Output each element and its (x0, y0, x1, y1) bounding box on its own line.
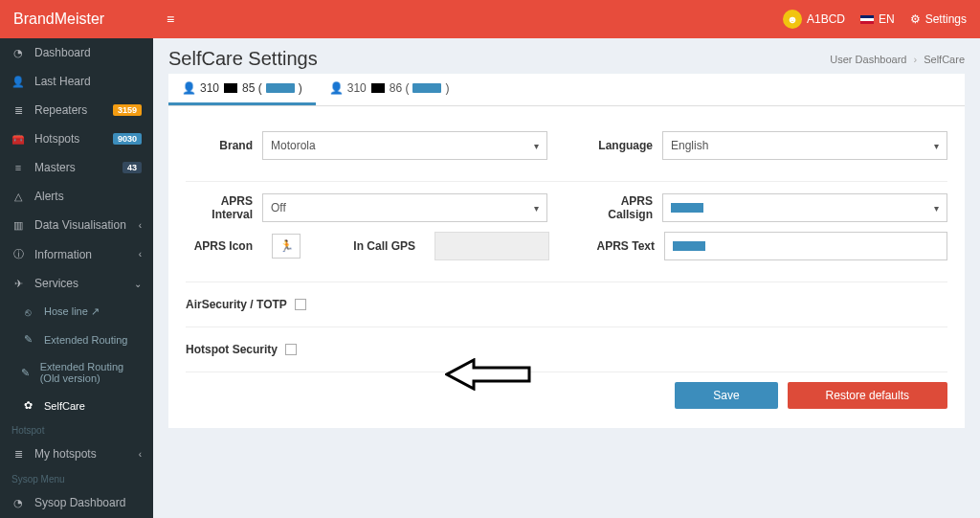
save-button[interactable]: Save (675, 382, 777, 409)
nav-section-header: Sysop Menu (0, 468, 153, 488)
language-select[interactable]: English (662, 131, 947, 160)
chevron-icon: ⌄ (134, 279, 142, 289)
incall-gps-label: In Call GPS (339, 239, 415, 253)
nav-label: Hotspots (34, 132, 79, 146)
gear-icon: ⚙ (910, 12, 921, 26)
chevron-icon: ‹ (139, 249, 142, 259)
nav-icon: ✿ (21, 399, 34, 412)
nav-section-header: Hotspot (0, 419, 153, 439)
nav-icon: ✎ (21, 333, 34, 346)
redacted-value (671, 203, 703, 213)
airsecurity-label: AirSecurity / TOTP (186, 298, 287, 311)
radio-id-tab[interactable]: 👤 31086 () (316, 74, 463, 105)
user-menu[interactable]: ☻ A1BCD (783, 10, 845, 29)
nav-icon: ▥ (11, 219, 25, 232)
nav-label: Alerts (34, 190, 64, 203)
aprs-text-label: APRS Text (588, 239, 655, 253)
lang-code: EN (879, 12, 895, 26)
nav-icon: ✈ (11, 278, 25, 290)
avatar-icon: ☻ (783, 10, 802, 29)
sidebar-item[interactable]: 🧰Hotspots9030 (0, 124, 153, 153)
aprs-callsign-label: APRS Callsign (586, 194, 653, 221)
person-icon: 👤 (182, 81, 196, 95)
brand-logo: BrandMeister (0, 0, 153, 38)
hamburger-icon[interactable]: ≡ (167, 11, 174, 27)
nav-label: Data Visualisation (34, 218, 126, 232)
nav-label: SelfCare (44, 400, 85, 412)
redacted-value (673, 241, 705, 251)
nav-icon: ≣ (11, 448, 25, 461)
lang-switch[interactable]: EN (860, 12, 895, 26)
settings-label: Settings (925, 12, 967, 26)
breadcrumb-user[interactable]: User Dashboard (830, 54, 906, 65)
aprs-text-input[interactable] (664, 232, 947, 260)
sidebar-item[interactable]: ▥Data Visualisation‹ (0, 211, 153, 239)
person-icon: 👤 (329, 81, 344, 95)
sidebar: BrandMeister ◔Dashboard👤Last Heard≣Repea… (0, 0, 153, 518)
radio-id-tab[interactable]: 👤 31085 () (168, 74, 316, 105)
airsecurity-checkbox[interactable] (295, 299, 306, 310)
nav-icon: △ (11, 191, 25, 203)
nav-icon: 🧰 (11, 133, 25, 146)
chevron-icon: ‹ (139, 220, 142, 231)
nav-label: Dashboard (34, 46, 91, 59)
nav-icon: ⎋ (21, 306, 34, 318)
sidebar-item[interactable]: ✎Extended Routing (Old version) (0, 353, 153, 392)
nav-label: Last Heard (34, 75, 91, 88)
sidebar-item[interactable]: ✿SelfCare (0, 392, 153, 419)
nav-icon: ◔ (11, 47, 25, 59)
nav-icon: ◔ (11, 497, 25, 509)
nav-icon: ⓘ (11, 247, 25, 261)
sidebar-item[interactable]: △Alerts (0, 182, 153, 211)
chevron-icon: ‹ (139, 449, 142, 460)
tab-bar: 👤 31085 ()👤 31086 () (168, 74, 965, 106)
breadcrumb: User Dashboard › SelfCare (830, 54, 965, 65)
user-name: A1BCD (807, 12, 845, 26)
language-label: Language (586, 139, 653, 152)
page-title: SelfCare Settings (168, 48, 318, 70)
sidebar-item[interactable]: ≡Masters43 (0, 153, 153, 182)
breadcrumb-self: SelfCare (924, 54, 965, 65)
brand-label: Brand (186, 139, 253, 152)
settings-link[interactable]: ⚙ Settings (910, 12, 967, 26)
sidebar-item[interactable]: ⎋Hose line ↗ (0, 298, 153, 326)
aprs-icon-picker[interactable]: 🏃 (272, 234, 301, 259)
nav-icon: ≣ (11, 104, 25, 117)
aprs-icon-label: APRS Icon (186, 239, 253, 253)
count-badge: 9030 (113, 133, 142, 145)
sidebar-item[interactable]: ✈Services⌄ (0, 269, 153, 298)
incall-gps-field[interactable] (434, 232, 549, 260)
nav-label: Hose line ↗ (44, 305, 100, 318)
count-badge: 43 (122, 162, 142, 173)
sidebar-item[interactable]: ✎Extended Routing (0, 326, 153, 353)
nav-label: Services (34, 277, 78, 290)
nav-icon: 👤 (11, 76, 25, 88)
main: ≡ ☻ A1BCD EN ⚙ Settings SelfCare Setting… (153, 0, 980, 518)
nav-label: Sysop Dashboard (34, 496, 125, 509)
flag-icon (860, 15, 874, 24)
aprs-interval-select[interactable]: Off (262, 193, 547, 222)
nav: ◔Dashboard👤Last Heard≣Repeaters3159🧰Hots… (0, 38, 153, 518)
topbar: ≡ ☻ A1BCD EN ⚙ Settings (153, 0, 980, 38)
settings-panel: Brand Motorola Language English APRS Int… (168, 106, 965, 428)
hotspot-security-label: Hotspot Security (186, 343, 278, 356)
sidebar-item[interactable]: ≣Repeaters3159 (0, 96, 153, 124)
sidebar-item[interactable]: ⓘInformation‹ (0, 239, 153, 269)
aprs-callsign-select[interactable] (662, 193, 947, 222)
sidebar-item[interactable]: ◔Dashboard (0, 38, 153, 67)
sidebar-item[interactable]: 👤Last Heard (0, 67, 153, 96)
nav-label: My hotspots (34, 447, 97, 461)
nav-label: Masters (34, 161, 76, 174)
aprs-interval-label: APRS Interval (186, 194, 253, 221)
restore-defaults-button[interactable]: Restore defaults (788, 382, 947, 409)
nav-label: Information (34, 248, 92, 261)
hotspot-security-checkbox[interactable] (285, 344, 297, 355)
nav-label: Repeaters (34, 103, 87, 117)
count-badge: 3159 (113, 104, 142, 116)
nav-label: Extended Routing (44, 334, 127, 346)
brand-select[interactable]: Motorola (262, 131, 547, 160)
sidebar-item[interactable]: ◔Sysop Dashboard (0, 488, 153, 517)
content: SelfCare Settings User Dashboard › SelfC… (153, 38, 980, 518)
sidebar-item[interactable]: ≣My hotspots‹ (0, 439, 153, 468)
nav-label: Extended Routing (Old version) (40, 361, 142, 384)
